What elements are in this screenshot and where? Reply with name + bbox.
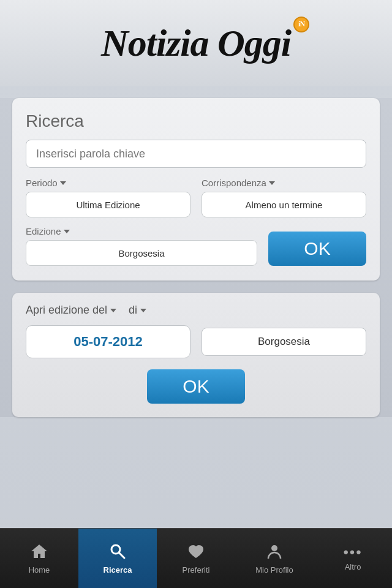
svg-line-1 xyxy=(119,552,125,558)
edition-ok-button[interactable]: OK xyxy=(147,369,245,404)
app-badge: iN xyxy=(293,17,309,32)
apri-label: Apri edizione del xyxy=(26,304,116,317)
edizione-label: Edizione xyxy=(26,226,257,236)
corrispondenza-label: Corrispondenza xyxy=(202,178,366,188)
date-picker-button[interactable]: 05-07-2012 xyxy=(26,325,190,358)
di-chevron-icon xyxy=(140,309,146,312)
main-content: Ricerca Periodo Ultima Edizione Corrispo… xyxy=(0,98,392,417)
tab-preferiti-label: Preferiti xyxy=(183,565,210,575)
search-card-title: Ricerca xyxy=(26,111,366,131)
tab-home[interactable]: Home xyxy=(0,529,78,588)
apri-chevron-icon xyxy=(110,309,116,312)
search-card: Ricerca Periodo Ultima Edizione Corrispo… xyxy=(12,98,380,281)
dots-icon: ••• xyxy=(343,545,362,560)
edizione-chevron-icon xyxy=(64,230,70,233)
edition-top-row: Apri edizione del di xyxy=(26,304,366,317)
search-bottom-row: Edizione Borgosesia OK xyxy=(26,226,366,266)
tab-bar: Home Ricerca Preferiti Mio Profilo ••• xyxy=(0,528,392,588)
app-title: Notizia Oggi iN xyxy=(101,21,291,65)
corrispondenza-chevron-icon xyxy=(269,181,275,185)
heart-icon xyxy=(187,543,205,563)
search-ok-button[interactable]: OK xyxy=(268,232,366,266)
tab-altro[interactable]: ••• Altro xyxy=(314,529,392,588)
di-label: di xyxy=(129,304,146,317)
svg-point-2 xyxy=(271,545,277,551)
edizione-group: Edizione Borgosesia xyxy=(26,226,257,266)
corrispondenza-group: Corrispondenza Almeno un termine xyxy=(202,178,366,217)
person-icon xyxy=(266,543,283,563)
tab-preferiti[interactable]: Preferiti xyxy=(157,529,235,588)
header: Notizia Oggi iN xyxy=(0,0,392,86)
tab-mio-profilo-label: Mio Profilo xyxy=(255,565,293,575)
edizione-dropdown[interactable]: Borgosesia xyxy=(26,240,257,266)
tab-altro-label: Altro xyxy=(345,562,361,571)
periodo-dropdown[interactable]: Ultima Edizione xyxy=(26,192,190,217)
tab-mio-profilo[interactable]: Mio Profilo xyxy=(235,529,314,588)
corrispondenza-dropdown[interactable]: Almeno un termine xyxy=(202,192,366,217)
home-icon xyxy=(30,543,48,563)
edition-card: Apri edizione del di 05-07-2012 Borgoses… xyxy=(12,293,380,417)
periodo-label: Periodo xyxy=(26,178,190,188)
edition-bottom-row: 05-07-2012 Borgosesia xyxy=(26,325,366,358)
tab-home-label: Home xyxy=(29,565,50,575)
periodo-chevron-icon xyxy=(60,181,66,185)
tab-ricerca-label: Ricerca xyxy=(104,565,132,575)
search-icon xyxy=(109,543,126,563)
search-input-wrapper xyxy=(26,140,366,168)
tab-ricerca[interactable]: Ricerca xyxy=(78,529,157,588)
search-dropdowns-row: Periodo Ultima Edizione Corrispondenza A… xyxy=(26,178,366,217)
app-title-text: Notizia Oggi xyxy=(101,22,291,64)
edition-place-dropdown[interactable]: Borgosesia xyxy=(202,328,366,356)
periodo-group: Periodo Ultima Edizione xyxy=(26,178,190,217)
search-input[interactable] xyxy=(26,140,366,168)
